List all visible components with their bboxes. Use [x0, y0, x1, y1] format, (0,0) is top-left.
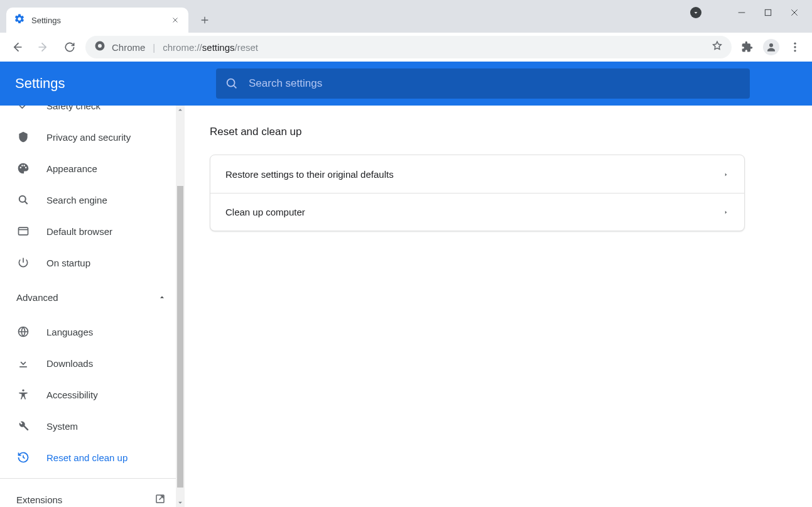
bookmark-icon[interactable]	[712, 40, 723, 54]
search-input[interactable]	[249, 77, 741, 90]
chevron-right-icon	[723, 207, 729, 217]
palette-icon	[16, 161, 30, 175]
settings-header: Settings	[0, 62, 812, 106]
scrollbar-thumb[interactable]	[177, 186, 183, 488]
sidebar-item-default-browser[interactable]: Default browser	[0, 215, 181, 247]
wrench-icon	[16, 419, 30, 433]
menu-button[interactable]	[784, 36, 806, 58]
accessibility-icon	[16, 388, 30, 401]
url-text: chrome://settings/reset	[163, 42, 705, 53]
close-button[interactable]	[789, 8, 799, 18]
gear-icon	[14, 13, 25, 27]
browser-toolbar: Chrome | chrome://settings/reset	[0, 33, 812, 62]
svg-point-3	[769, 43, 773, 47]
sidebar-item-system[interactable]: System	[0, 410, 181, 442]
settings-sidebar: You and Google Autofill Safety check Pri…	[0, 106, 185, 507]
back-button[interactable]	[6, 36, 28, 58]
chrome-icon	[94, 40, 106, 54]
page-title: Settings	[15, 75, 191, 92]
check-icon	[16, 106, 30, 112]
settings-main: Reset and clean up Restore settings to t…	[185, 106, 812, 507]
svg-point-2	[98, 44, 102, 48]
forward-button[interactable]	[33, 36, 54, 58]
download-icon	[16, 356, 30, 370]
sidebar-item-appearance[interactable]: Appearance	[0, 153, 181, 184]
tab-strip: Settings	[0, 0, 812, 33]
new-tab-button[interactable]	[195, 10, 215, 30]
sidebar-item-privacy[interactable]: Privacy and security	[0, 121, 181, 153]
share-icon[interactable]	[690, 7, 701, 18]
restore-icon	[16, 450, 30, 464]
sidebar-item-on-startup[interactable]: On startup	[0, 247, 181, 278]
extensions-icon[interactable]	[737, 36, 758, 58]
sidebar-scrollbar[interactable]	[176, 106, 185, 507]
maximize-button[interactable]	[763, 8, 773, 18]
sidebar-item-reset[interactable]: Reset and clean up	[0, 442, 181, 473]
page-body: You and Google Autofill Safety check Pri…	[0, 106, 812, 507]
sidebar-item-extensions[interactable]: Extensions	[0, 484, 181, 507]
tab-title: Settings	[31, 16, 163, 25]
chevron-right-icon	[723, 169, 729, 180]
divider	[0, 478, 181, 479]
browser-tab[interactable]: Settings	[6, 8, 188, 33]
svg-point-13	[22, 390, 24, 391]
browser-icon	[16, 224, 30, 238]
svg-point-7	[227, 79, 235, 87]
sidebar-advanced-toggle[interactable]: Advanced	[0, 278, 181, 316]
open-in-new-icon	[154, 493, 166, 506]
sidebar-item-accessibility[interactable]: Accessibility	[0, 379, 181, 410]
row-restore-defaults[interactable]: Restore settings to their original defau…	[210, 155, 744, 193]
svg-rect-0	[765, 9, 771, 15]
search-container[interactable]	[216, 68, 750, 99]
sidebar-item-search-engine[interactable]: Search engine	[0, 184, 181, 215]
chevron-up-icon	[158, 292, 166, 303]
globe-icon	[16, 325, 30, 339]
minimize-button[interactable]	[737, 8, 747, 18]
row-clean-up-computer[interactable]: Clean up computer	[210, 193, 744, 231]
close-icon[interactable]	[170, 14, 181, 26]
svg-rect-11	[19, 227, 28, 235]
svg-point-6	[794, 50, 796, 52]
scroll-down-icon[interactable]	[176, 498, 185, 507]
svg-point-5	[794, 46, 796, 48]
scroll-up-icon[interactable]	[176, 106, 185, 114]
power-icon	[16, 256, 30, 270]
sidebar-item-safety-check[interactable]: Safety check	[0, 106, 181, 121]
search-icon	[16, 193, 30, 207]
window-controls	[678, 0, 812, 25]
section-title: Reset and clean up	[210, 126, 787, 138]
origin-label: Chrome	[112, 42, 145, 53]
profile-avatar[interactable]	[763, 39, 779, 55]
sidebar-item-downloads[interactable]: Downloads	[0, 347, 181, 379]
search-icon	[225, 77, 239, 90]
reload-button[interactable]	[59, 36, 80, 58]
reset-card: Restore settings to their original defau…	[210, 155, 745, 231]
shield-icon	[16, 130, 30, 144]
sidebar-item-languages[interactable]: Languages	[0, 316, 181, 347]
svg-point-10	[19, 196, 26, 202]
svg-point-4	[794, 43, 796, 45]
address-bar[interactable]: Chrome | chrome://settings/reset	[85, 36, 732, 58]
